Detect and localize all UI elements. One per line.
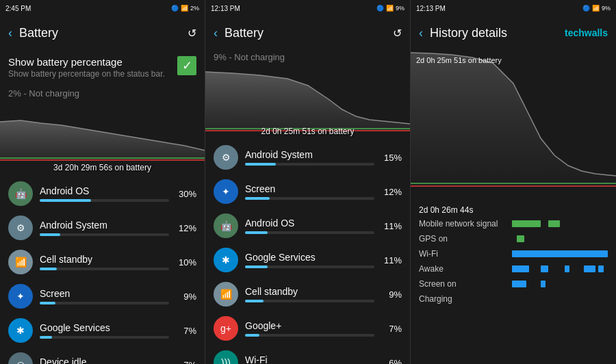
- chart-label-middle: 2d 0h 25m 51s on battery: [261, 127, 354, 136]
- status-time-right: 12:13 PM: [416, 5, 446, 12]
- history-segment: [584, 265, 595, 272]
- item-pct: 9%: [381, 289, 402, 300]
- history-row: Mobile network signal: [411, 216, 616, 231]
- device-icon: ◎: [8, 352, 33, 364]
- item-pct: 7%: [176, 326, 196, 336]
- list-item[interactable]: ⚙ Android System 15%: [205, 140, 410, 174]
- svg-marker-6: [411, 53, 616, 186]
- item-bar-container: [40, 336, 169, 339]
- battery-pct: 2%: [190, 5, 199, 12]
- chart-svg-left: [0, 101, 205, 163]
- history-segment: [541, 281, 546, 287]
- header-title-right: History details: [430, 26, 558, 40]
- history-segment: [512, 250, 608, 257]
- item-bar: [40, 336, 52, 339]
- panel-right: 12:13 PM 🔵 📶 9% ‹ History details techwa…: [411, 0, 616, 364]
- item-name: Device idle: [40, 356, 169, 364]
- item-name: Android System: [40, 220, 169, 231]
- list-item[interactable]: ◎ Device idle 7%: [0, 348, 205, 364]
- history-details-list: 2d 0h 26m 44s Mobile network signal GPS …: [411, 200, 616, 309]
- item-bar-container: [245, 265, 374, 268]
- item-pct: 12%: [176, 223, 196, 233]
- item-bar-container: [40, 302, 169, 304]
- list-item[interactable]: ✱ Google Services 7%: [0, 313, 205, 348]
- history-row-label: Mobile network signal: [419, 219, 508, 229]
- list-item[interactable]: 📶 Cell standby 10%: [0, 245, 205, 279]
- history-segment: [512, 265, 529, 272]
- history-row-label: Charging: [419, 294, 508, 304]
- header-title-middle: Battery: [224, 26, 386, 40]
- item-name: Google Services: [245, 252, 374, 263]
- item-name: Cell standby: [40, 254, 169, 265]
- svg-marker-3: [205, 72, 410, 130]
- header-left: ‹ Battery ↺: [0, 16, 205, 49]
- toggle-checkmark[interactable]: ✓: [177, 56, 196, 75]
- show-battery-toggle[interactable]: Show battery percentage Show battery per…: [0, 49, 205, 86]
- back-button-left[interactable]: ‹: [8, 26, 12, 40]
- history-time-label: 2d 0h 26m 44s: [411, 203, 616, 216]
- header-middle: ‹ Battery ↺: [205, 16, 410, 49]
- history-row: Screen on: [411, 276, 616, 291]
- screen-icon: ✦: [214, 179, 238, 204]
- header-title-left: Battery: [19, 26, 181, 40]
- item-bar-container: [40, 199, 169, 202]
- item-bar: [245, 231, 268, 234]
- bt-icon-r: 🔵: [582, 5, 590, 12]
- list-item[interactable]: g+ Google+ 7%: [205, 311, 410, 346]
- item-pct: 12%: [381, 187, 402, 197]
- wifi-icon: ))): [214, 350, 238, 364]
- toggle-title: Show battery percentage: [8, 56, 165, 68]
- bt-icon: 🔵: [171, 5, 179, 12]
- history-row-bar: [512, 281, 608, 287]
- item-bar: [245, 334, 259, 337]
- status-icons-right: 🔵 📶 9%: [582, 5, 611, 12]
- status-bar-right: 12:13 PM 🔵 📶 9%: [411, 0, 616, 16]
- refresh-button-middle[interactable]: ↺: [393, 27, 402, 40]
- toggle-subtitle: Show battery percentage on the status ba…: [8, 69, 165, 79]
- google-plus-icon: g+: [214, 316, 238, 341]
- history-segment: [598, 265, 604, 272]
- status-bar-left: 2:45 PM 🔵 📶 2%: [0, 0, 205, 16]
- techwalls-logo: techwalls: [565, 27, 608, 38]
- list-item[interactable]: ))) Wi-Fi 6%: [205, 346, 410, 364]
- item-pct: 7%: [176, 360, 196, 365]
- panel-left: 2:45 PM 🔵 📶 2% ‹ Battery ↺ Show battery …: [0, 0, 205, 364]
- item-bar: [40, 268, 57, 270]
- history-segment: [541, 265, 548, 272]
- list-item[interactable]: ✦ Screen 12%: [205, 174, 410, 209]
- list-item[interactable]: 🤖 Android OS 11%: [205, 209, 410, 243]
- android-os-icon: 🤖: [214, 213, 238, 238]
- item-bar: [40, 302, 55, 304]
- google-services-icon: ✱: [8, 318, 33, 343]
- item-name: Screen: [245, 183, 374, 194]
- history-segment: [565, 265, 569, 272]
- history-row-label: GPS on: [419, 234, 508, 244]
- android-system-icon: ⚙: [214, 145, 238, 170]
- battery-chart-left: 3d 20h 29m 56s on battery: [0, 101, 205, 177]
- item-name: Wi-Fi: [245, 354, 374, 364]
- list-item[interactable]: 📶 Cell standby 9%: [205, 277, 410, 311]
- item-bar-container: [245, 197, 374, 200]
- history-segment: [548, 220, 560, 227]
- item-pct: 30%: [176, 189, 196, 199]
- bt-icon-m: 🔵: [376, 5, 384, 12]
- list-item[interactable]: 🤖 Android OS 30%: [0, 177, 205, 211]
- battery-list-left: 🤖 Android OS 30% ⚙ Android System 12% 📶 …: [0, 177, 205, 364]
- back-button-right[interactable]: ‹: [419, 26, 423, 40]
- item-name: Android OS: [40, 185, 169, 196]
- signal-icon-r: 📶: [592, 5, 600, 12]
- battery-pct-m: 9%: [396, 5, 405, 12]
- item-bar-container: [245, 163, 374, 166]
- history-row-bar: [512, 220, 608, 227]
- back-button-middle[interactable]: ‹: [214, 26, 218, 40]
- item-pct: 6%: [381, 358, 402, 365]
- item-pct: 9%: [176, 291, 196, 302]
- refresh-button-left[interactable]: ↺: [188, 27, 196, 40]
- list-item[interactable]: ⚙ Android System 12%: [0, 211, 205, 245]
- history-row-label: Awake: [419, 264, 508, 274]
- signal-icon: 📶: [181, 5, 188, 12]
- item-bar: [40, 233, 60, 236]
- signal-icon-m: 📶: [386, 5, 394, 12]
- list-item[interactable]: ✱ Google Services 11%: [205, 243, 410, 277]
- list-item[interactable]: ✦ Screen 9%: [0, 279, 205, 313]
